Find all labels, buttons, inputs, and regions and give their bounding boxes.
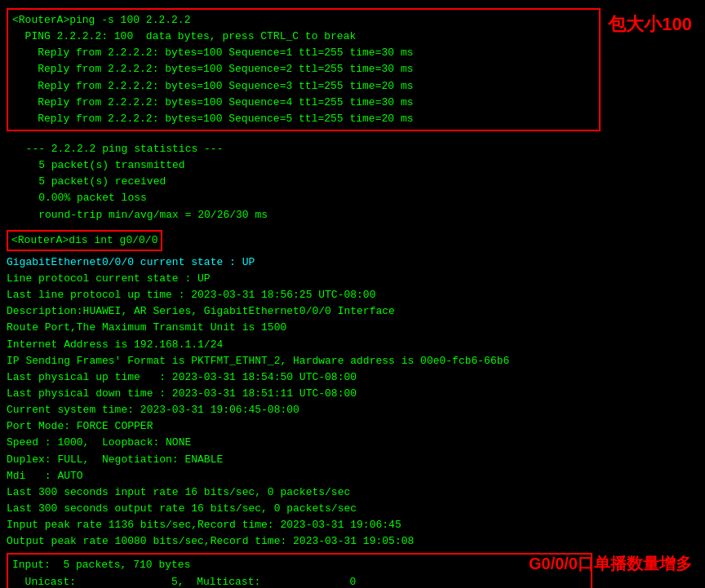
- int-phys-down: Last physical down time : 2023-03-31 18:…: [7, 386, 698, 402]
- ping-reply-4: Reply from 2.2.2.2: bytes=100 Sequence=4…: [12, 95, 595, 111]
- int-input-peak: Input peak rate 1136 bits/sec,Record tim…: [7, 517, 698, 533]
- int-speed: Speed : 1000, Loopback: NONE: [7, 435, 698, 451]
- ping-stat-header: --- 2.2.2.2 ping statistics ---: [13, 141, 692, 157]
- dis-int-cmd: <RouterA>dis int g0/0/0: [7, 230, 162, 251]
- ping-stat-rtt: round-trip min/avg/max = 20/26/30 ms: [13, 207, 692, 223]
- ping-stat-loss: 0.00% packet loss: [13, 190, 692, 206]
- traffic-unicast-line: Unicast: 5, Multicast: 0: [12, 574, 587, 589]
- ping-block: <RouterA>ping -s 100 2.2.2.2 PING 2.2.2.…: [7, 8, 601, 131]
- int-ip-format: IP Sending Frames' Format is PKTFMT_ETHN…: [7, 353, 698, 369]
- int-last-line-up: Last line protocol up time : 2023-03-31 …: [7, 287, 698, 303]
- traffic-input-line: Input: 5 packets, 710 bytes: [12, 557, 587, 573]
- int-description: Description:HUAWEI, AR Series, GigabitEt…: [7, 303, 698, 320]
- ping-stat-rx: 5 packet(s) received: [13, 174, 692, 190]
- int-phys-up: Last physical up time : 2023-03-31 18:54…: [7, 369, 698, 386]
- ping-reply-5: Reply from 2.2.2.2: bytes=100 Sequence=5…: [12, 111, 595, 127]
- ping-reply-2: Reply from 2.2.2.2: bytes=100 Sequence=2…: [12, 61, 595, 77]
- terminal-area: <RouterA>ping -s 100 2.2.2.2 PING 2.2.2.…: [0, 0, 705, 588]
- ping-header-line: PING 2.2.2.2: 100 data bytes, press CTRL…: [12, 29, 595, 45]
- traffic-block: Input: 5 packets, 710 bytes Unicast: 5, …: [7, 553, 592, 588]
- int-duplex: Duplex: FULL, Negotiation: ENABLE: [7, 452, 698, 468]
- packet-size-annotation: 包大小100: [608, 13, 692, 37]
- int-state-line: GigabitEthernet0/0/0 current state : UP: [7, 254, 698, 271]
- int-output-rate: Last 300 seconds output rate 16 bits/sec…: [7, 501, 698, 517]
- ping-reply-3: Reply from 2.2.2.2: bytes=100 Sequence=3…: [12, 78, 595, 95]
- unicast-annotation: G0/0/0口单播数量增多: [529, 553, 692, 574]
- ping-cmd-line: <RouterA>ping -s 100 2.2.2.2: [12, 12, 595, 29]
- interface-info-section: GigabitEthernet0/0/0 current state : UP …: [7, 254, 698, 550]
- int-route-port: Route Port,The Maximum Transmit Unit is …: [7, 320, 698, 336]
- ping-stats-section: --- 2.2.2.2 ping statistics --- 5 packet…: [7, 138, 698, 227]
- int-mdi: Mdi : AUTO: [7, 468, 698, 484]
- int-ip-addr: Internet Address is 192.168.1.1/24: [7, 337, 698, 353]
- int-port-mode: Port Mode: FORCE COPPER: [7, 418, 698, 435]
- int-input-rate: Last 300 seconds input rate 16 bits/sec,…: [7, 484, 698, 501]
- int-sys-time: Current system time: 2023-03-31 19:06:45…: [7, 402, 698, 418]
- int-output-peak: Output peak rate 10080 bits/sec,Record t…: [7, 533, 698, 550]
- ping-stat-tx: 5 packet(s) transmitted: [13, 157, 692, 174]
- ping-reply-1: Reply from 2.2.2.2: bytes=100 Sequence=1…: [12, 45, 595, 61]
- int-line-proto: Line protocol current state : UP: [7, 271, 698, 287]
